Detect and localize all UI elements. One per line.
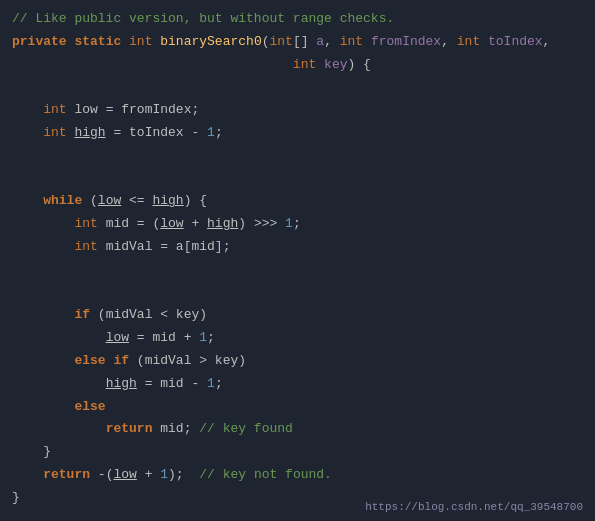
code-line-13 xyxy=(0,282,595,305)
code-line-21: return -(low + 1); // key not found. xyxy=(0,464,595,487)
code-line-9: while (low <= high) { xyxy=(0,190,595,213)
code-block: // Like public version, but without rang… xyxy=(0,0,595,521)
code-line-18: else xyxy=(0,396,595,419)
code-line-16: else if (midVal > key) xyxy=(0,350,595,373)
code-line-1: // Like public version, but without rang… xyxy=(0,8,595,31)
code-line-2: private static int binarySearch0(int[] a… xyxy=(0,31,595,54)
code-line-7 xyxy=(0,145,595,168)
code-line-4 xyxy=(0,76,595,99)
code-line-12 xyxy=(0,259,595,282)
code-line-10: int mid = (low + high) >>> 1; xyxy=(0,213,595,236)
code-line-19: return mid; // key found xyxy=(0,418,595,441)
code-line-11: int midVal = a[mid]; xyxy=(0,236,595,259)
code-line-15: low = mid + 1; xyxy=(0,327,595,350)
code-line-3: int key) { xyxy=(0,54,595,77)
code-line-6: int high = toIndex - 1; xyxy=(0,122,595,145)
code-line-20: } xyxy=(0,441,595,464)
watermark: https://blog.csdn.net/qq_39548700 xyxy=(365,501,583,513)
code-line-5: int low = fromIndex; xyxy=(0,99,595,122)
code-line-8 xyxy=(0,168,595,191)
code-line-17: high = mid - 1; xyxy=(0,373,595,396)
code-line-14: if (midVal < key) xyxy=(0,304,595,327)
